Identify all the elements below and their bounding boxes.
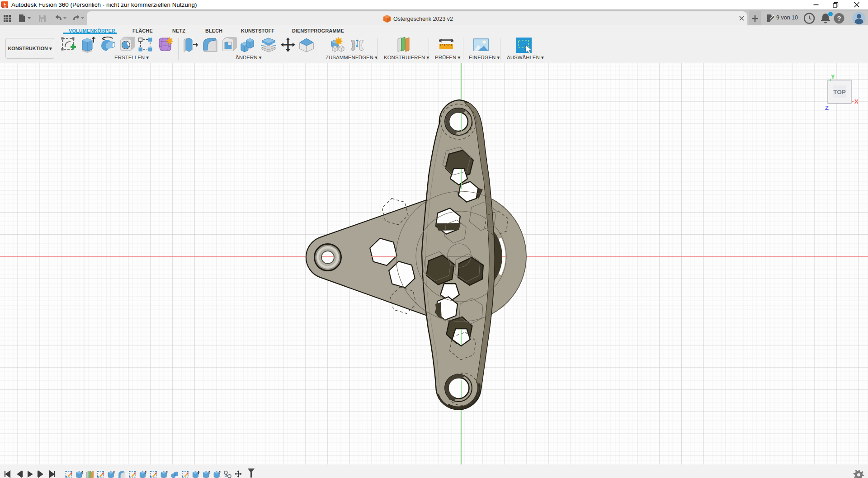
svg-text:?: ?	[837, 14, 841, 22]
svg-text:TOP: TOP	[833, 89, 846, 95]
svg-text:Z: Z	[825, 104, 829, 111]
svg-text:F: F	[4, 2, 6, 6]
svg-text:9 von 10: 9 von 10	[776, 14, 798, 21]
svg-text:Y: Y	[831, 73, 835, 80]
svg-text:Ostergeschenk 2023 v2: Ostergeschenk 2023 v2	[393, 16, 453, 22]
svg-text:X: X	[854, 98, 859, 105]
svg-text:360: 360	[4, 6, 6, 8]
